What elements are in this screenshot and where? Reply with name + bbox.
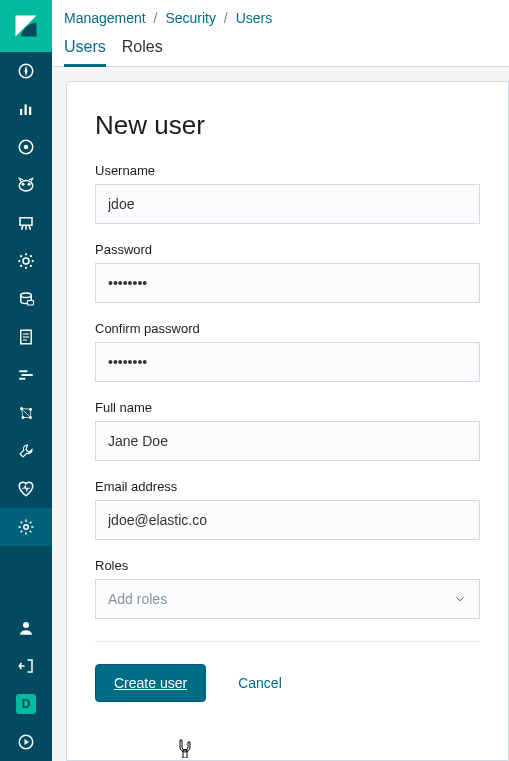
roles-select[interactable]: Add roles [95,579,480,619]
svg-point-8 [19,181,33,192]
svg-rect-9 [20,218,32,226]
svg-rect-20 [28,301,34,306]
svg-rect-2 [25,105,27,116]
email-input[interactable] [95,500,480,540]
nav-ml[interactable] [0,242,52,280]
svg-point-18 [20,265,22,267]
chevron-down-icon [453,592,467,606]
nav-apm[interactable] [0,356,52,394]
password-input[interactable] [95,263,480,303]
sidebar: D [0,0,52,761]
svg-point-17 [30,255,32,257]
svg-point-16 [30,265,32,267]
page-title: New user [95,110,480,141]
svg-marker-35 [25,739,30,745]
username-input[interactable] [95,184,480,224]
form-card: New user Username Password Confirm passw… [66,81,509,761]
main: Management / Security / Users Users Role… [52,0,509,761]
nav-discover[interactable] [0,52,52,90]
nav-canvas[interactable] [0,204,52,242]
kibana-logo[interactable] [0,0,52,52]
divider [95,641,480,642]
password-label: Password [95,242,480,257]
nav-visualize[interactable] [0,90,52,128]
svg-point-33 [23,622,29,628]
nav-timelion[interactable] [0,166,52,204]
svg-point-10 [23,258,29,264]
email-label: Email address [95,479,480,494]
breadcrumb-management[interactable]: Management [64,10,146,26]
breadcrumb-sep: / [154,10,158,26]
create-user-button[interactable]: Create user [95,664,206,702]
nav-infra[interactable] [0,280,52,318]
tab-users[interactable]: Users [64,32,106,67]
svg-point-5 [24,145,29,150]
svg-rect-3 [29,107,31,115]
svg-point-13 [18,260,20,262]
nav-collapse[interactable] [0,723,52,761]
svg-point-32 [24,525,29,530]
svg-point-12 [25,267,27,269]
nav-devtools[interactable] [0,432,52,470]
breadcrumb: Management / Security / Users [52,0,509,32]
nav-logs[interactable] [0,318,52,356]
confirm-password-label: Confirm password [95,321,480,336]
svg-rect-1 [20,109,22,115]
roles-label: Roles [95,558,480,573]
tabs: Users Roles [52,32,509,67]
fullname-input[interactable] [95,421,480,461]
username-label: Username [95,163,480,178]
nav-monitoring[interactable] [0,470,52,508]
roles-placeholder: Add roles [108,591,167,607]
nav-logout[interactable] [0,647,52,685]
nav-management[interactable] [0,508,52,546]
svg-point-11 [25,253,27,255]
confirm-password-input[interactable] [95,342,480,382]
breadcrumb-users[interactable]: Users [236,10,273,26]
nav-dashboard[interactable] [0,128,52,166]
fullname-label: Full name [95,400,480,415]
tab-roles[interactable]: Roles [122,32,163,66]
breadcrumb-security[interactable]: Security [165,10,216,26]
svg-point-15 [20,255,22,257]
nav-space-badge[interactable]: D [0,685,52,723]
nav-graph[interactable] [0,394,52,432]
nav-user[interactable] [0,609,52,647]
svg-point-14 [32,260,34,262]
svg-point-7 [28,183,31,186]
breadcrumb-sep: / [224,10,228,26]
svg-point-6 [22,183,25,186]
svg-point-19 [21,293,32,298]
cancel-button[interactable]: Cancel [238,675,282,691]
